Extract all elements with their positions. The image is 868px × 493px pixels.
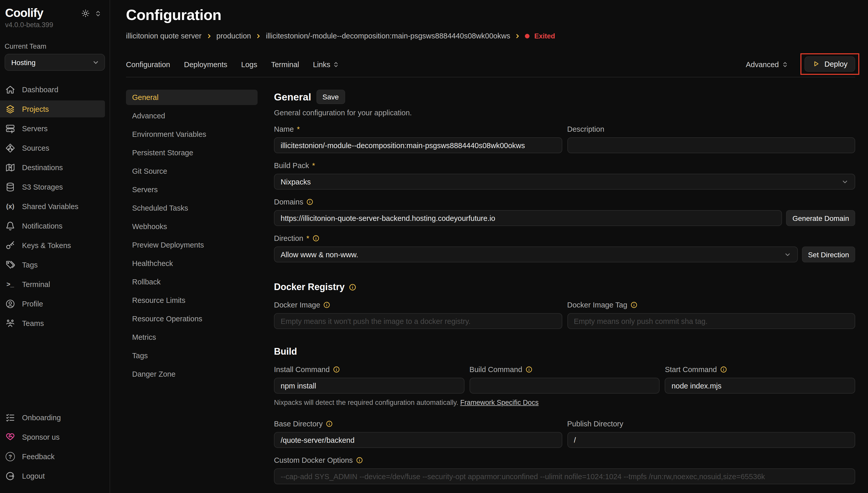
info-icon [323,301,330,308]
direction-select[interactable]: Allow www & non-www. [274,246,798,262]
subnav-item-resource-operations[interactable]: Resource Operations [126,311,257,326]
sidebar-item-sources[interactable]: Sources [0,140,105,156]
sidebar-item-teams[interactable]: Teams [0,315,105,332]
docker-image-input[interactable] [274,313,562,329]
tab-deployments[interactable]: Deployments [184,61,227,69]
key-icon [5,240,15,251]
sidebar-footer-nav: Onboarding Sponsor us ? Feedback Logout [0,409,110,493]
section-title-build: Build [274,346,297,357]
breadcrumb-environment[interactable]: production [216,32,251,40]
direction-label: Direction * [274,234,855,242]
sidebar-item-onboarding[interactable]: Onboarding [0,409,105,426]
breadcrumb-resource[interactable]: illicitestonion/-module--decomposition:m… [266,32,510,40]
set-direction-button[interactable]: Set Direction [802,246,855,262]
sidebar-item-servers[interactable]: Servers [0,120,105,137]
required-asterisk: * [312,162,315,170]
app-window: Coolify v4.0.0-beta.399 Current Team Hos… [0,0,868,493]
info-icon [326,420,333,427]
tab-configuration[interactable]: Configuration [126,61,170,69]
base-directory-input[interactable] [274,432,562,448]
app-version: v4.0.0-beta.399 [0,20,110,29]
sidebar-item-projects[interactable]: Projects [0,101,105,117]
docker-image-label: Docker Image [274,301,562,309]
sidebar-item-tags[interactable]: Tags [0,257,105,273]
theme-controls[interactable] [82,9,101,17]
status-badge: Exited [534,32,555,40]
build-pack-select[interactable]: Nixpacks [274,174,855,190]
sun-icon[interactable] [82,9,90,17]
chevron-right-icon [206,33,212,39]
tab-logs[interactable]: Logs [241,61,257,69]
database-icon [5,182,15,192]
build-command-input[interactable] [469,378,660,393]
app-logo: Coolify [5,7,43,20]
sidebar-item-profile[interactable]: Profile [0,296,105,312]
deploy-button[interactable]: Deploy [804,56,855,71]
docker-image-tag-input[interactable] [567,313,855,329]
description-input[interactable] [567,137,855,153]
theme-selector-icon[interactable] [95,10,101,17]
generate-domain-button[interactable]: Generate Domain [786,210,855,226]
nixpacks-note: Nixpacks will detect the required config… [274,399,855,406]
subnav-item-metrics[interactable]: Metrics [126,329,257,345]
tab-links[interactable]: Links [313,61,339,69]
sidebar-item-keys-tokens[interactable]: Keys & Tokens [0,237,105,254]
team-select[interactable]: Hosting [5,54,105,71]
tag-icon [5,260,15,270]
general-form: General Save General configuration for y… [274,90,855,493]
custom-docker-options-input[interactable] [274,468,855,484]
terminal-icon: >_ [5,279,15,290]
selector-icon [333,62,339,68]
chevron-down-icon [784,251,791,258]
subnav-item-healthcheck[interactable]: Healthcheck [126,256,257,271]
subnav-item-preview-deployments[interactable]: Preview Deployments [126,237,257,253]
subnav-item-resource-limits[interactable]: Resource Limits [126,293,257,308]
required-asterisk: * [306,234,309,242]
deploy-annotation-box: Deploy [800,53,859,74]
subnav-item-environment-variables[interactable]: Environment Variables [126,127,257,142]
subnav-item-persistent-storage[interactable]: Persistent Storage [126,145,257,160]
sidebar-item-notifications[interactable]: Notifications [0,217,105,234]
subnav-item-danger-zone[interactable]: Danger Zone [126,366,257,382]
sidebar-item-terminal[interactable]: >_ Terminal [0,276,105,293]
subnav-item-servers[interactable]: Servers [126,182,257,197]
subnav-item-tags[interactable]: Tags [126,348,257,363]
framework-docs-link[interactable]: Framework Specific Docs [460,399,539,406]
tabbar: Configuration Deployments Logs Terminal … [126,52,855,78]
team-select-value: Hosting [11,59,36,67]
braces-x-icon: (x) [5,201,15,212]
breadcrumb-project[interactable]: illicitonion quote server [126,32,202,40]
save-button[interactable]: Save [316,90,345,104]
info-icon [720,366,727,373]
user-circle-icon [5,299,15,309]
status-dot [525,34,530,38]
install-command-input[interactable] [274,378,464,393]
sidebar-item-sponsor[interactable]: Sponsor us [0,428,105,445]
publish-directory-input[interactable] [567,432,855,448]
domains-label: Domains [274,198,855,206]
subnav-item-advanced[interactable]: Advanced [126,108,257,124]
name-input[interactable] [274,137,562,153]
subnav-item-git-source[interactable]: Git Source [126,164,257,179]
tab-terminal[interactable]: Terminal [271,61,299,69]
sidebar-item-logout[interactable]: Logout [0,467,105,484]
required-asterisk: * [297,125,300,133]
subnav-item-rollback[interactable]: Rollback [126,274,257,290]
advanced-dropdown[interactable]: Advanced [746,61,788,69]
sidebar-item-destinations[interactable]: Destinations [0,159,105,176]
info-icon [312,235,320,242]
info-icon [306,198,313,206]
subnav-item-webhooks[interactable]: Webhooks [126,219,257,234]
subnav-item-general[interactable]: General [126,90,257,105]
sidebar-item-s3-storages[interactable]: S3 Storages [0,178,105,195]
sidebar-item-dashboard[interactable]: Dashboard [0,81,105,98]
base-directory-label: Base Directory [274,420,562,428]
start-command-input[interactable] [665,378,855,393]
domains-input[interactable] [274,210,782,226]
home-icon [5,85,15,95]
description-label: Description [567,125,855,133]
sidebar-item-feedback[interactable]: ? Feedback [0,448,105,465]
sidebar-item-shared-variables[interactable]: (x) Shared Variables [0,198,105,215]
docker-image-tag-label: Docker Image Tag [567,301,855,309]
subnav-item-scheduled-tasks[interactable]: Scheduled Tasks [126,200,257,216]
